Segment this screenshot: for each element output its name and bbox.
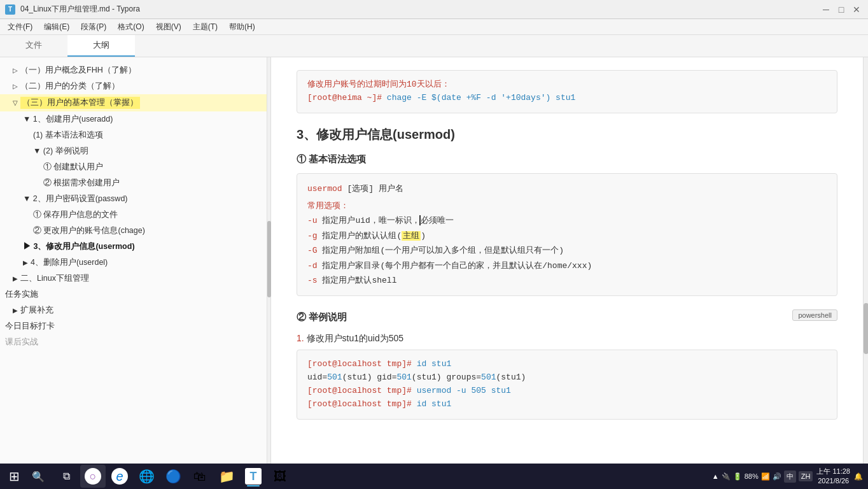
sidebar-item-label: ▼ 1、创建用户(useradd)	[23, 114, 113, 125]
cmd-2: id stu1	[417, 359, 452, 369]
sidebar-item-2[interactable]: ▷ （二）用户的分类（了解）	[0, 78, 267, 94]
taskbar-app-photos[interactable]: 🖼	[267, 465, 293, 488]
battery-icon: 🔋	[733, 472, 742, 481]
battery-percent: 88%	[745, 472, 759, 480]
sidebar-item-label: 4、删除用户(userdel)	[31, 257, 108, 268]
time-block[interactable]: 上午 11:28 2021/8/26	[816, 467, 850, 486]
cmd-4: id stu1	[417, 399, 452, 409]
sidebar-item-custom-user[interactable]: ② 根据需求创建用户	[0, 175, 267, 191]
syntax-label: usermod	[307, 184, 342, 194]
taskbar-app-chrome[interactable]: 🔵	[160, 465, 186, 488]
sidebar-item-label: （二）用户的分类（了解）	[20, 81, 120, 92]
powershell-button[interactable]: powershell	[792, 309, 837, 321]
search-button[interactable]: 🔍	[27, 465, 50, 488]
menu-edit[interactable]: 编辑(E)	[39, 20, 74, 34]
sidebar-item-label: 课后实战	[5, 337, 38, 348]
sidebar-item-more[interactable]: 课后实战	[0, 334, 267, 350]
example-1-code: [root@localhost tmp]# id stu1 uid=501(st…	[297, 350, 837, 419]
sidebar-item-userdel[interactable]: ▶ 4、删除用户(userdel)	[0, 255, 267, 271]
prompt-1: [root@heima ~]#	[307, 93, 382, 103]
sidebar-item-syntax[interactable]: (1) 基本语法和选项	[0, 127, 267, 143]
sidebar-item-default-user[interactable]: ① 创建默认用户	[0, 159, 267, 175]
taskbar-apps: ⧉ ○ e 🌐 🔵 🛍 📁 T 🖼	[53, 465, 293, 488]
cmd-1: chage -E $(date +%F -d '+10days') stu1	[387, 93, 575, 103]
taskbar-app-typora[interactable]: T	[241, 465, 266, 488]
taskbar-app-taskview[interactable]: ⧉	[53, 465, 79, 488]
option-u: -u 指定用户uid，唯一标识，必须唯一	[307, 213, 827, 228]
prompt-3: [root@localhost tmp]#	[307, 386, 412, 395]
sidebar-item-tasks[interactable]: 任务实施	[0, 287, 267, 302]
desc-u: 指定用户uid，唯一标识，必须唯一	[322, 216, 453, 225]
sub1-heading: ① 基本语法选项	[297, 153, 837, 166]
sidebar-item-save-info[interactable]: ① 保存用户信息的文件	[0, 207, 267, 223]
common-options-label: 常用选项：	[307, 199, 827, 213]
taskbar-app-edge[interactable]: e	[107, 465, 132, 488]
sidebar-item-useradd[interactable]: ▼ 1、创建用户(useradd)	[0, 111, 267, 127]
menu-help[interactable]: 帮助(H)	[224, 20, 260, 34]
flag-g: -g	[307, 231, 318, 241]
sidebar-item-1[interactable]: ▷ （一）用户概念及FHH（了解）	[0, 62, 267, 78]
taskbar-app-cortana[interactable]: ○	[80, 465, 106, 488]
sidebar-item-label: 今日目标打卡	[5, 321, 55, 332]
menu-view[interactable]: 视图(V)	[151, 20, 186, 34]
minimize-button[interactable]: ─	[820, 3, 832, 16]
sidebar-item-goal[interactable]: 今日目标打卡	[0, 318, 267, 334]
close-button[interactable]: ✕	[850, 3, 863, 16]
menu-bar: 文件(F) 编辑(E) 段落(P) 格式(O) 视图(V) 主题(T) 帮助(H…	[0, 19, 868, 35]
sidebar-item-label: （一）用户概念及FHH（了解）	[20, 65, 136, 76]
option-d: -d 指定用户家目录(每个用户都有一个自己的家，并且默认认在/home/xxx)	[307, 259, 827, 273]
sidebar-item-extend[interactable]: ▶ 扩展补充	[0, 302, 267, 318]
volume-icon: 🔊	[773, 472, 781, 481]
window-controls[interactable]: ─ □ ✕	[820, 3, 863, 16]
start-button[interactable]: ⊞	[3, 465, 25, 488]
arrow-icon: ▶	[13, 275, 18, 282]
section3-heading: 3、修改用户信息(usermod)	[297, 126, 837, 143]
sidebar-item-examples[interactable]: ▼ (2) 举例说明	[0, 143, 267, 159]
main-container: ▷ （一）用户概念及FHH（了解） ▷ （二）用户的分类（了解） ▽ （三）用户…	[0, 57, 868, 467]
code-line-2: uid=501(stu1) gid=501(stu1) groups=501(s…	[307, 371, 827, 385]
sidebar: ▷ （一）用户概念及FHH（了解） ▷ （二）用户的分类（了解） ▽ （三）用户…	[0, 57, 267, 467]
maximize-button[interactable]: □	[835, 3, 848, 16]
sidebar-item-passwd[interactable]: ▼ 2、用户密码设置(passwd)	[0, 191, 267, 207]
sub2-heading: ② 举例说明	[297, 311, 347, 323]
sidebar-item-3[interactable]: ▽ （三）用户的基本管理（掌握）	[0, 94, 267, 111]
taskbar-app-explorer[interactable]: 📁	[214, 465, 239, 488]
sidebar-item-label: ▼ 2、用户密码设置(passwd)	[23, 194, 128, 204]
content-scrollbar[interactable]	[863, 57, 868, 467]
cmd-3: usermod -u 505 stu1	[417, 386, 511, 395]
tab-outline[interactable]: 大纲	[67, 35, 135, 57]
menu-file[interactable]: 文件(F)	[3, 20, 38, 34]
sidebar-item-group[interactable]: ▶ 二、Linux下组管理	[0, 271, 267, 287]
lang-zh[interactable]: ZH	[799, 471, 813, 481]
menu-theme[interactable]: 主题(T)	[188, 20, 223, 34]
tray-expand[interactable]: ▲	[712, 472, 719, 480]
arrow-icon: ▽	[13, 99, 18, 106]
output-1: uid=501(stu1) gid=501(stu1) groups=501(s…	[307, 372, 526, 382]
option-s: -s 指定用户默认shell	[307, 273, 827, 288]
notification-icon[interactable]: 🔔	[854, 472, 863, 481]
sidebar-item-chage[interactable]: ② 更改用户的账号信息(chage)	[0, 223, 267, 239]
sidebar-content: ▷ （一）用户概念及FHH（了解） ▷ （二）用户的分类（了解） ▽ （三）用户…	[0, 57, 267, 355]
arrow-icon: ▷	[13, 83, 18, 90]
intro-comment: 修改用户账号的过期时间为10天以后：	[307, 80, 450, 89]
arrow-icon: ▶	[13, 307, 18, 314]
code-line-3: [root@localhost tmp]# usermod -u 505 stu…	[307, 385, 827, 398]
ime-indicator[interactable]: 中	[784, 471, 796, 483]
flag-s: -s	[307, 276, 318, 285]
sidebar-item-usermod[interactable]: ▶ 3、修改用户信息(usermod)	[0, 239, 267, 255]
taskbar-app-ie[interactable]: 🌐	[134, 465, 159, 488]
time-ampm: 上午 11:28	[816, 467, 850, 476]
taskbar: ⊞ 🔍 ⧉ ○ e 🌐 🔵 🛍 📁 T 🖼 ▲	[0, 464, 868, 489]
sidebar-item-label: ▶ 3、修改用户信息(usermod)	[23, 241, 135, 252]
prompt-4: [root@localhost tmp]#	[307, 399, 412, 409]
code-line-4: [root@localhost tmp]# id stu1	[307, 398, 827, 411]
tab-file[interactable]: 文件	[0, 35, 67, 57]
taskbar-app-store[interactable]: 🛍	[187, 465, 213, 488]
syntax-args: [选项] 用户名	[347, 184, 403, 194]
title-bar-left: T 04_Linux下用户组管理.md - Typora	[5, 4, 140, 15]
menu-format[interactable]: 格式(O)	[113, 20, 149, 34]
option-G: -G 指定用户附加组(一个用户可以加入多个组，但是默认组只有一个)	[307, 243, 827, 258]
menu-paragraph[interactable]: 段落(P)	[76, 20, 111, 34]
example-text: 修改用户stu1的uid为505	[307, 333, 404, 343]
network-icon: 📶	[761, 472, 770, 481]
